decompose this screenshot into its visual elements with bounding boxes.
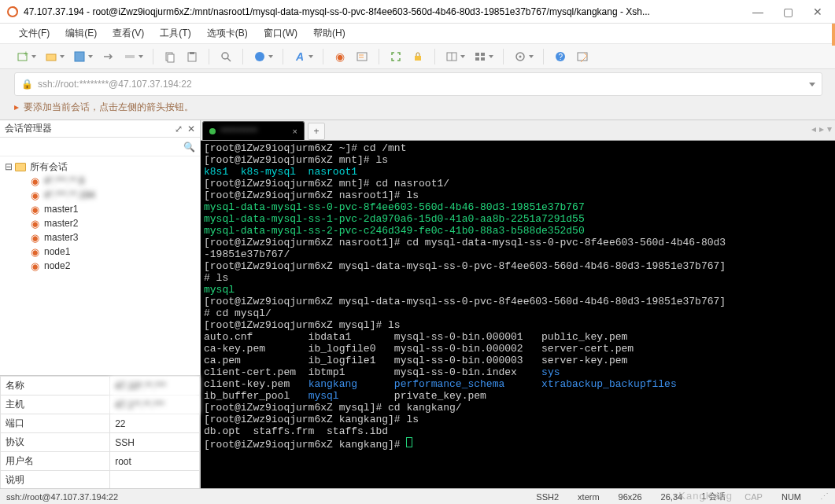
lock-button[interactable] bbox=[409, 48, 427, 65]
find-button[interactable] bbox=[217, 48, 235, 65]
minimize-button[interactable]: ― bbox=[750, 6, 766, 18]
tab-prev-icon[interactable]: ◂ bbox=[811, 123, 816, 134]
svg-line-11 bbox=[227, 58, 231, 61]
session-icon: ◉ bbox=[28, 260, 41, 271]
tip-bar: ▸ 要添加当前会话，点击左侧的箭头按钮。 bbox=[14, 97, 822, 116]
toolbar: + A ◉ ? bbox=[0, 44, 835, 69]
svg-point-12 bbox=[255, 52, 264, 61]
session-label: master3 bbox=[44, 232, 78, 243]
swirl-icon[interactable]: ◉ bbox=[331, 48, 349, 65]
session-item[interactable]: ◉master1 bbox=[2, 202, 198, 216]
fullscreen-button[interactable] bbox=[387, 48, 405, 65]
lock-icon: 🔒 bbox=[21, 79, 33, 90]
window-controls: ― ▢ ✕ bbox=[750, 6, 829, 18]
menu-view[interactable]: 查看(V) bbox=[108, 25, 149, 42]
address-bar[interactable]: 🔒 ssh://root:********@47.107.37.194:22 bbox=[14, 72, 822, 96]
font-button[interactable]: A bbox=[291, 48, 309, 65]
terminal-output[interactable]: [root@iZwz9ioqjurm6xZ ~]# cd /mnt [root@… bbox=[201, 141, 835, 490]
disconnect-button[interactable] bbox=[121, 48, 139, 65]
address-text: ssh://root:********@47.107.37.194:22 bbox=[38, 79, 192, 90]
open-button[interactable] bbox=[42, 48, 60, 65]
svg-rect-19 bbox=[475, 53, 479, 56]
status-size: 96x26 bbox=[619, 492, 642, 502]
status-mode: SSH2 bbox=[536, 492, 559, 502]
menu-tools[interactable]: 工具(T) bbox=[155, 25, 195, 42]
flag-icon: ▸ bbox=[14, 101, 19, 112]
status-caps: CAP bbox=[744, 492, 763, 502]
new-session-button[interactable]: + bbox=[14, 48, 31, 65]
tab-label: *********** bbox=[220, 127, 288, 136]
prop-port-key: 端口 bbox=[1, 414, 110, 433]
resize-grip-icon[interactable]: ⋰ bbox=[820, 491, 829, 502]
session-icon: ◉ bbox=[28, 232, 41, 243]
session-item[interactable]: ◉4*.***.**.6 bbox=[2, 174, 198, 188]
menu-edit[interactable]: 编辑(E) bbox=[61, 25, 102, 42]
menu-help[interactable]: 帮助(H) bbox=[309, 25, 350, 42]
session-manager-title: 会话管理器 bbox=[5, 122, 52, 135]
tab-next-icon[interactable]: ▸ bbox=[819, 123, 824, 134]
svg-rect-13 bbox=[357, 53, 367, 61]
terminal-tab[interactable]: *********** × bbox=[202, 121, 305, 140]
settings-button[interactable] bbox=[512, 48, 529, 65]
close-button[interactable]: ✕ bbox=[810, 6, 826, 18]
address-dropdown-icon[interactable] bbox=[809, 83, 815, 86]
menu-tabs[interactable]: 选项卡(B) bbox=[202, 25, 253, 42]
maximize-button[interactable]: ▢ bbox=[780, 6, 796, 18]
save-button[interactable] bbox=[71, 48, 88, 65]
pin-button[interactable]: ⤢ bbox=[175, 123, 183, 134]
app-icon bbox=[6, 6, 19, 18]
tab-close-button[interactable]: × bbox=[293, 127, 297, 136]
svg-rect-16 bbox=[415, 56, 421, 61]
svg-rect-7 bbox=[168, 54, 174, 62]
search-icon: 🔍 bbox=[183, 142, 195, 153]
session-manager-panel: 会话管理器 ⤢ ✕ 🔍 ⊟ 所有会话 ◉4*.***.**.6 ◉4*.***.… bbox=[0, 120, 201, 490]
compose-button[interactable] bbox=[574, 48, 591, 65]
tile-button[interactable] bbox=[471, 48, 489, 65]
status-num: NUM bbox=[781, 492, 801, 502]
session-item[interactable]: ◉master3 bbox=[2, 230, 198, 245]
copy-button[interactable] bbox=[161, 48, 179, 65]
session-icon: ◉ bbox=[28, 175, 41, 186]
session-item[interactable]: ◉node1 bbox=[2, 245, 198, 259]
status-connection: ssh://root@47.107.37.194:22 bbox=[6, 492, 118, 502]
session-icon: ◉ bbox=[28, 204, 41, 215]
prop-proto-val: SSH bbox=[110, 433, 200, 452]
work-area: 会话管理器 ⤢ ✕ 🔍 ⊟ 所有会话 ◉4*.***.**.6 ◉4*.***.… bbox=[0, 120, 835, 490]
prop-proto-key: 协议 bbox=[1, 433, 110, 452]
script-button[interactable] bbox=[353, 48, 371, 65]
folder-icon bbox=[14, 161, 27, 172]
session-label: node2 bbox=[44, 260, 70, 271]
expand-icon[interactable]: ⊟ bbox=[5, 161, 14, 172]
prop-host-key: 主机 bbox=[1, 395, 110, 414]
tree-root[interactable]: ⊟ 所有会话 bbox=[2, 160, 198, 174]
svg-rect-9 bbox=[190, 52, 194, 54]
menu-file[interactable]: 文件(F) bbox=[14, 25, 54, 42]
tab-menu-icon[interactable]: ▾ bbox=[827, 123, 832, 134]
menu-window[interactable]: 窗口(W) bbox=[259, 25, 302, 42]
property-grid: 名称47.10*.**.*** 主机47.1**.**.*** 端口22 协议S… bbox=[0, 375, 200, 490]
connected-indicator-icon bbox=[209, 128, 216, 134]
session-item[interactable]: ◉master2 bbox=[2, 216, 198, 230]
connect-button[interactable] bbox=[99, 48, 116, 65]
session-item[interactable]: ◉node2 bbox=[2, 259, 198, 273]
layout-button[interactable] bbox=[443, 48, 460, 65]
window-title: 47.107.37.194 - root@iZwz9ioqjurm6xZ:/mn… bbox=[24, 6, 750, 17]
svg-text:+: + bbox=[24, 50, 28, 58]
session-tree: ⊟ 所有会话 ◉4*.***.**.6 ◉4*.***.**.194 ◉mast… bbox=[0, 156, 200, 375]
watermark: xKangKang bbox=[673, 490, 733, 502]
title-bar: 47.107.37.194 - root@iZwz9ioqjurm6xZ:/mn… bbox=[0, 0, 835, 24]
terminal-pane: *********** × + ◂ ▸ ▾ [root@iZwz9ioqjurm… bbox=[201, 120, 835, 490]
session-icon: ◉ bbox=[28, 218, 41, 229]
tab-strip: *********** × + ◂ ▸ ▾ bbox=[201, 120, 835, 141]
paste-button[interactable] bbox=[183, 48, 201, 65]
help-button[interactable]: ? bbox=[552, 48, 569, 65]
session-search[interactable]: 🔍 bbox=[0, 138, 200, 156]
svg-text:?: ? bbox=[559, 53, 563, 61]
session-item[interactable]: ◉4*.***.**.194 bbox=[2, 188, 198, 202]
color-button[interactable] bbox=[251, 48, 268, 65]
panel-close-button[interactable]: ✕ bbox=[187, 123, 195, 134]
prop-user-val: root bbox=[110, 452, 200, 471]
tip-text: 要添加当前会话，点击左侧的箭头按钮。 bbox=[24, 101, 194, 114]
status-bar: ssh://root@47.107.37.194:22 xKangKang SS… bbox=[0, 488, 835, 504]
add-tab-button[interactable]: + bbox=[308, 123, 325, 140]
